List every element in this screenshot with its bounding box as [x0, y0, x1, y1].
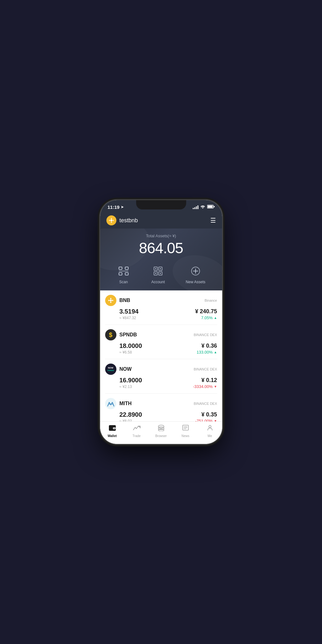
nav-item-browser[interactable]: Browser [149, 424, 173, 438]
asset-change-mith: -751.00% ▼ [195, 419, 217, 421]
asset-exchange-now: BINANCE DEX [194, 367, 217, 371]
trade-label: Trade [133, 434, 141, 438]
total-amount-value: 864.05 [106, 239, 216, 257]
news-label: News [181, 434, 189, 438]
asset-change-value-now: -3334.00% [193, 384, 213, 389]
asset-item-mith[interactable]: MITH BINANCE DEX 22.8900 ≈ ¥8.02 ¥ 0.35 … [105, 394, 217, 421]
scan-action[interactable]: Scan [117, 264, 130, 284]
asset-name-bnb: BNB [120, 298, 130, 303]
asset-balance-section-mith: 22.8900 ≈ ¥8.02 [120, 411, 142, 421]
asset-header-bnb: BNB Binance [105, 295, 217, 306]
asset-exchange-mith: BINANCE DEX [194, 402, 217, 405]
new-assets-action[interactable]: New Assets [186, 264, 206, 284]
asset-change-spndb: 133.00% ▲ [197, 350, 217, 355]
svg-rect-13 [155, 268, 156, 269]
asset-item-bnb[interactable]: BNB Binance 3.5194 ≈ ¥847.32 ¥ 240.75 7.… [105, 290, 217, 325]
up-arrow-spndb: ▲ [214, 350, 217, 354]
up-arrow-bnb: ▲ [214, 316, 217, 319]
hero-actions: Scan [106, 262, 216, 284]
account-action[interactable]: Account [151, 264, 165, 284]
svg-rect-2 [214, 206, 215, 207]
asset-balance-bnb: 3.5194 [120, 308, 139, 315]
asset-header-now: NOW TOKEN NOW BINANCE DEX [105, 364, 217, 375]
asset-exchange-bnb: Binance [205, 299, 217, 302]
svg-point-32 [209, 425, 211, 428]
asset-price-section-now: ¥ 0.12 -3334.00% ▼ [193, 377, 217, 389]
nav-item-news[interactable]: News [173, 424, 198, 438]
svg-rect-1 [207, 206, 212, 208]
phone-screen: 11:19 ➤ [100, 200, 222, 444]
scan-icon [117, 264, 130, 278]
browser-icon [157, 424, 165, 433]
asset-header-mith: MITH BINANCE DEX [105, 398, 217, 409]
asset-price-now: ¥ 0.12 [193, 377, 217, 384]
asset-name-now: NOW [120, 366, 132, 372]
asset-name-row-bnb: BNB [105, 295, 130, 306]
account-label: Account [151, 280, 165, 284]
asset-fiat-mith: ≈ ¥8.02 [120, 419, 142, 421]
asset-fiat-now: ≈ ¥2.13 [120, 385, 142, 389]
me-icon [206, 424, 214, 433]
svg-rect-16 [160, 273, 161, 274]
signal-icon [193, 205, 198, 209]
asset-details-bnb: 3.5194 ≈ ¥847.32 ¥ 240.75 7.05% ▲ [105, 308, 217, 320]
svg-rect-5 [125, 267, 128, 269]
bottom-nav: Wallet Trade [100, 421, 222, 444]
phone-frame: 11:19 ➤ [100, 200, 222, 444]
time-display: 11:19 [108, 204, 120, 210]
asset-item-spndb[interactable]: $ SPNDB BINANCE DEX 18.0000 ≈ ¥6.58 ¥ 0.… [105, 325, 217, 359]
asset-price-section-spndb: ¥ 0.36 133.00% ▲ [197, 343, 217, 355]
battery-icon [207, 205, 215, 209]
total-assets-label: Total Assets(≈ ¥) [106, 234, 216, 238]
asset-name-mith: MITH [120, 401, 132, 406]
svg-rect-6 [119, 273, 122, 275]
svg-point-21 [105, 398, 116, 409]
status-icons [193, 205, 215, 209]
app-logo: testbnb [106, 215, 138, 225]
asset-balance-section-now: 16.9000 ≈ ¥2.13 [120, 377, 142, 389]
svg-point-24 [114, 428, 115, 429]
asset-change-value-spndb: 133.00% [197, 350, 212, 355]
asset-list: BNB Binance 3.5194 ≈ ¥847.32 ¥ 240.75 7.… [100, 290, 222, 421]
asset-icon-mith [105, 398, 116, 409]
asset-price-spndb: ¥ 0.36 [197, 343, 217, 349]
asset-name-spndb: SPNDB [120, 332, 137, 338]
nav-item-trade[interactable]: Trade [125, 424, 149, 438]
asset-name-row-spndb: $ SPNDB [105, 329, 137, 340]
down-arrow-mith: ▼ [214, 419, 217, 421]
asset-change-value-bnb: 7.05% [201, 315, 213, 320]
app-header: testbnb ☰ [100, 212, 222, 229]
asset-item-now[interactable]: NOW TOKEN NOW BINANCE DEX 16.9000 ≈ ¥2.1… [105, 359, 217, 394]
asset-header-spndb: $ SPNDB BINANCE DEX [105, 329, 217, 340]
asset-exchange-spndb: BINANCE DEX [194, 333, 217, 337]
browser-label: Browser [155, 434, 167, 438]
asset-fiat-bnb: ≈ ¥847.32 [120, 316, 139, 320]
asset-change-value-mith: -751.00% [195, 419, 213, 421]
status-time: 11:19 ➤ [108, 204, 124, 210]
hero-section: Total Assets(≈ ¥) 864.05 Scan [100, 229, 222, 290]
asset-balance-spndb: 18.0000 [120, 342, 142, 350]
wallet-icon [109, 424, 116, 433]
wifi-icon [200, 205, 205, 209]
asset-details-now: 16.9000 ≈ ¥2.13 ¥ 0.12 -3334.00% ▼ [105, 377, 217, 389]
asset-details-spndb: 18.0000 ≈ ¥6.58 ¥ 0.36 133.00% ▲ [105, 342, 217, 355]
menu-button[interactable]: ☰ [210, 217, 216, 224]
wallet-label: Wallet [108, 434, 117, 438]
asset-change-now: -3334.00% ▼ [193, 384, 217, 389]
trade-icon [133, 424, 141, 433]
account-icon [151, 264, 165, 278]
notch [136, 200, 186, 209]
nav-item-me[interactable]: Me [198, 424, 222, 438]
nav-item-wallet[interactable]: Wallet [100, 424, 125, 438]
asset-price-section-bnb: ¥ 240.75 7.05% ▲ [195, 308, 217, 320]
svg-rect-15 [160, 268, 161, 269]
new-assets-label: New Assets [186, 280, 206, 284]
asset-name-row-mith: MITH [105, 398, 132, 409]
asset-fiat-spndb: ≈ ¥6.58 [120, 350, 142, 355]
asset-price-mith: ¥ 0.35 [195, 411, 217, 418]
asset-icon-bnb [105, 295, 116, 306]
asset-change-bnb: 7.05% ▲ [195, 315, 217, 320]
svg-rect-14 [155, 273, 156, 274]
svg-rect-4 [119, 267, 122, 269]
asset-price-section-mith: ¥ 0.35 -751.00% ▼ [195, 411, 217, 421]
